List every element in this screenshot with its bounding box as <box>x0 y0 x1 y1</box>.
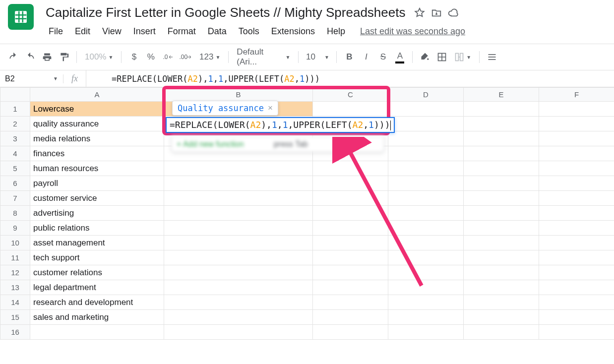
cell[interactable] <box>539 146 614 161</box>
row-header[interactable]: 15 <box>0 310 30 325</box>
cell-A5[interactable]: human resources <box>30 161 164 176</box>
italic-button[interactable]: I <box>359 50 373 64</box>
move-icon[interactable] <box>431 7 442 18</box>
menu-view[interactable]: View <box>97 24 126 39</box>
zoom-select[interactable]: 100%▼ <box>82 52 116 62</box>
menu-data[interactable]: Data <box>203 24 232 39</box>
cell[interactable] <box>539 117 614 131</box>
merge-button[interactable]: ▼ <box>451 52 474 62</box>
text-color-button[interactable]: A <box>392 50 407 64</box>
cell[interactable] <box>464 325 539 340</box>
cell[interactable] <box>464 102 539 117</box>
cell[interactable] <box>539 325 614 340</box>
cell[interactable] <box>539 265 614 280</box>
cell-A14[interactable]: research and development <box>30 295 164 310</box>
cell[interactable] <box>313 295 388 310</box>
strike-button[interactable]: S <box>375 50 390 64</box>
row-header[interactable]: 12 <box>0 265 30 280</box>
format-percent-button[interactable]: % <box>143 50 158 64</box>
cell[interactable] <box>464 176 539 191</box>
sheets-logo[interactable] <box>8 4 34 30</box>
cell-A3[interactable]: media relations <box>30 131 164 146</box>
cell[interactable] <box>464 221 539 236</box>
cell[interactable] <box>464 265 539 280</box>
redo-button[interactable] <box>23 50 38 64</box>
cell[interactable] <box>539 221 614 236</box>
cloud-status-icon[interactable] <box>448 7 459 18</box>
cell-A11[interactable]: tech support <box>30 250 164 265</box>
cell[interactable] <box>464 295 539 310</box>
cell[interactable] <box>539 280 614 295</box>
col-header-D[interactable]: D <box>388 88 464 102</box>
cell-A13[interactable]: legal department <box>30 280 164 295</box>
font-size-select[interactable]: 10▼ <box>304 52 331 62</box>
doc-title[interactable]: Capitalize First Letter in Google Sheets… <box>44 4 407 21</box>
cell[interactable] <box>539 191 614 206</box>
cell[interactable] <box>539 102 614 117</box>
cell[interactable] <box>464 250 539 265</box>
row-header[interactable]: 10 <box>0 236 30 250</box>
cell[interactable] <box>164 310 313 325</box>
cell[interactable] <box>164 265 313 280</box>
col-header-B[interactable]: B <box>164 88 313 102</box>
row-header[interactable]: 13 <box>0 280 30 295</box>
cell[interactable] <box>164 250 313 265</box>
cell-A12[interactable]: customer relations <box>30 265 164 280</box>
cell[interactable] <box>464 191 539 206</box>
menu-tools[interactable]: Tools <box>234 24 264 39</box>
col-header-A[interactable]: A <box>30 88 164 102</box>
cell[interactable] <box>313 310 388 325</box>
cell[interactable] <box>30 325 164 340</box>
paint-format-button[interactable] <box>57 50 71 64</box>
row-header[interactable]: 4 <box>0 146 30 161</box>
row-header[interactable]: 2 <box>0 117 30 131</box>
cell-editor-B2[interactable]: =REPLACE(LOWER(A2),1,1,UPPER(LEFT(A2,1))… <box>166 117 395 133</box>
undo-button[interactable] <box>6 50 21 64</box>
cell[interactable] <box>388 325 464 340</box>
row-header[interactable]: 14 <box>0 295 30 310</box>
col-header-F[interactable]: F <box>539 88 614 102</box>
cell[interactable] <box>464 280 539 295</box>
menu-extensions[interactable]: Extensions <box>266 24 320 39</box>
cell[interactable] <box>539 161 614 176</box>
decrease-decimal-button[interactable]: .0 <box>160 50 175 64</box>
bold-button[interactable]: B <box>342 50 357 64</box>
cell[interactable] <box>539 176 614 191</box>
cell[interactable] <box>464 236 539 250</box>
cell[interactable] <box>464 146 539 161</box>
menu-format[interactable]: Format <box>163 24 201 39</box>
row-header[interactable]: 8 <box>0 206 30 221</box>
increase-decimal-button[interactable]: .00 <box>177 50 194 64</box>
borders-button[interactable] <box>434 50 449 64</box>
row-header[interactable]: 6 <box>0 176 30 191</box>
menu-edit[interactable]: Edit <box>70 24 95 39</box>
name-box[interactable]: B2▼ <box>0 74 63 83</box>
cell[interactable] <box>464 310 539 325</box>
cell[interactable] <box>313 102 388 117</box>
cell[interactable] <box>464 117 539 131</box>
print-button[interactable] <box>40 50 55 64</box>
row-header[interactable]: 1 <box>0 102 30 117</box>
more-toolbar-button[interactable] <box>485 50 499 64</box>
cell[interactable] <box>164 236 313 250</box>
last-edit-link[interactable]: Last edit was seconds ago <box>360 26 465 37</box>
cell[interactable] <box>464 206 539 221</box>
col-header-E[interactable]: E <box>464 88 539 102</box>
cell[interactable] <box>464 131 539 146</box>
menu-help[interactable]: Help <box>322 24 350 39</box>
cell[interactable] <box>164 206 313 221</box>
fill-color-button[interactable] <box>418 50 432 64</box>
cell-A9[interactable]: public relations <box>30 221 164 236</box>
cell[interactable] <box>164 295 313 310</box>
cell[interactable] <box>539 131 614 146</box>
row-header[interactable]: 3 <box>0 131 30 146</box>
cell[interactable] <box>539 250 614 265</box>
cell[interactable] <box>164 191 313 206</box>
cell[interactable] <box>388 117 464 131</box>
cell[interactable] <box>539 206 614 221</box>
cell[interactable] <box>388 310 464 325</box>
menu-insert[interactable]: Insert <box>128 24 161 39</box>
cell-A8[interactable]: advertising <box>30 206 164 221</box>
cell[interactable] <box>539 310 614 325</box>
cell[interactable] <box>164 325 313 340</box>
